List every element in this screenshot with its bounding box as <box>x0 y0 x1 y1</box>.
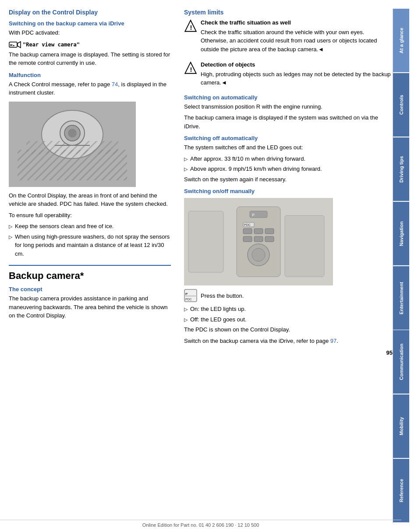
svg-rect-30 <box>285 215 324 277</box>
svg-rect-26 <box>243 236 252 242</box>
press-button-text: Press the button. <box>201 292 244 299</box>
sidebar: At a glance Controls Driving tips Naviga… <box>393 9 409 523</box>
section-title-display: Display on the Control Display <box>9 9 171 16</box>
sidebar-tab-mobility[interactable]: Mobility <box>393 395 409 458</box>
bullet-off-led: ▷ Off: the LED goes out. <box>184 315 393 324</box>
rear-camera-label: "Rear view camera" <box>23 42 80 48</box>
backup-image-text: The backup camera image is displayed. Th… <box>9 50 171 67</box>
big-title-backup: Backup camera* <box>9 265 171 282</box>
bullet-sensors: ▷ Keep the sensors clean and free of ice… <box>9 222 171 231</box>
sidebar-tab-reference[interactable]: Reference <box>393 459 409 522</box>
switch-backup-text: Switch on the backup camera via the iDri… <box>184 337 393 345</box>
malfunction-image <box>9 102 136 187</box>
svg-point-11 <box>68 129 77 137</box>
bullet-arrow-1: ▷ <box>9 223 12 230</box>
switching-on-auto-p1: Select transmission position R with the … <box>184 102 393 111</box>
switching-off-auto-title: Switching off automatically <box>184 135 393 141</box>
bullet-9mph: ▷ Above approx. 9 mph/15 km/h when drivi… <box>184 165 393 173</box>
svg-rect-29 <box>188 211 223 272</box>
warning-text-1: Check the traffic situation as well Chec… <box>201 18 393 56</box>
car-interior-image: P PDC <box>184 198 333 285</box>
sidebar-tab-at-a-glance[interactable]: At a glance <box>393 9 409 72</box>
svg-rect-27 <box>254 236 263 242</box>
system-limits-title: System limits <box>184 9 393 16</box>
malfunction-title: Malfunction <box>9 72 171 78</box>
bullet-arrow-5: ▷ <box>184 306 188 313</box>
switching-off-auto-p: The system switches off and the LED goes… <box>184 143 393 152</box>
warning-box-1: ! Check the traffic situation as well Ch… <box>184 18 393 56</box>
press-button-row: P PDC Press the button. <box>184 289 393 302</box>
rear-camera-icon-row: R ► "Rear view camera" <box>9 41 80 49</box>
svg-rect-24 <box>254 229 263 234</box>
svg-marker-1 <box>18 42 21 48</box>
sidebar-tab-communication[interactable]: Communication <box>393 330 409 394</box>
pdc-button-icon: P PDC <box>184 289 197 302</box>
svg-point-22 <box>252 248 265 261</box>
sidebar-tab-driving-tips[interactable]: Driving tips <box>393 137 409 201</box>
svg-rect-25 <box>265 229 274 234</box>
pdc-shown-text: The PDC is shown on the Control Display. <box>184 325 393 334</box>
malfunction-p3: To ensure full operability: <box>9 211 171 220</box>
warning-icon-1: ! <box>184 19 197 32</box>
bullet-washers: ▷ When using high-pressure washers, do n… <box>9 233 171 258</box>
svg-text:!: ! <box>190 24 192 31</box>
warning-box-2: ! Detection of objects High, protruding … <box>184 60 393 90</box>
bullet-arrow-4: ▷ <box>184 166 188 173</box>
bullet-arrow-2: ▷ <box>9 233 12 241</box>
switching-manual-title: Switching on/off manually <box>184 188 393 194</box>
sidebar-tab-navigation[interactable]: Navigation <box>393 202 409 265</box>
sidebar-tab-controls[interactable]: Controls <box>393 73 409 137</box>
switching-on-auto-p2: The backup camera image is displayed if … <box>184 113 393 130</box>
switching-on-auto-title: Switching on automatically <box>184 94 393 101</box>
with-pdc-text: With PDC activated: <box>9 28 171 37</box>
svg-rect-7 <box>18 150 127 180</box>
page-97-link[interactable]: 97 <box>330 338 337 344</box>
svg-rect-28 <box>265 236 274 242</box>
svg-text:PDC: PDC <box>244 223 251 226</box>
concept-p: The backup camera provides assistance in… <box>9 294 171 320</box>
svg-text:!: ! <box>190 66 192 73</box>
bullet-arrow-3: ▷ <box>184 155 188 163</box>
page-74-link[interactable]: 74 <box>112 81 118 88</box>
bullet-33ft: ▷ After approx. 33 ft/10 m when driving … <box>184 155 393 163</box>
svg-rect-23 <box>243 229 252 234</box>
sidebar-tab-entertainment[interactable]: Entertainment <box>393 266 409 330</box>
sub-title-switching-on: Switching on the backup camera via iDriv… <box>9 20 171 27</box>
malfunction-p2: On the Control Display, the areas in fro… <box>9 191 171 208</box>
page-footer: Online Edition for Part no. 01 40 2 606 … <box>142 522 259 528</box>
svg-text:►: ► <box>13 44 15 47</box>
bullet-on-led: ▷ On: the LED lights up. <box>184 305 393 314</box>
svg-text:P: P <box>185 292 188 296</box>
switch-on-again-text: Switch on the system again if necessary. <box>184 175 393 184</box>
malfunction-p1: A Check Control message, refer to page 7… <box>9 80 171 97</box>
svg-text:P: P <box>252 213 255 217</box>
concept-title: The concept <box>9 286 171 292</box>
svg-text:PDC: PDC <box>185 298 192 301</box>
bullet-arrow-6: ▷ <box>184 316 188 324</box>
page-number: 95 <box>184 349 393 356</box>
warning-text-2: Detection of objects High, protruding ob… <box>201 60 393 90</box>
warning-icon-2: ! <box>184 61 197 74</box>
